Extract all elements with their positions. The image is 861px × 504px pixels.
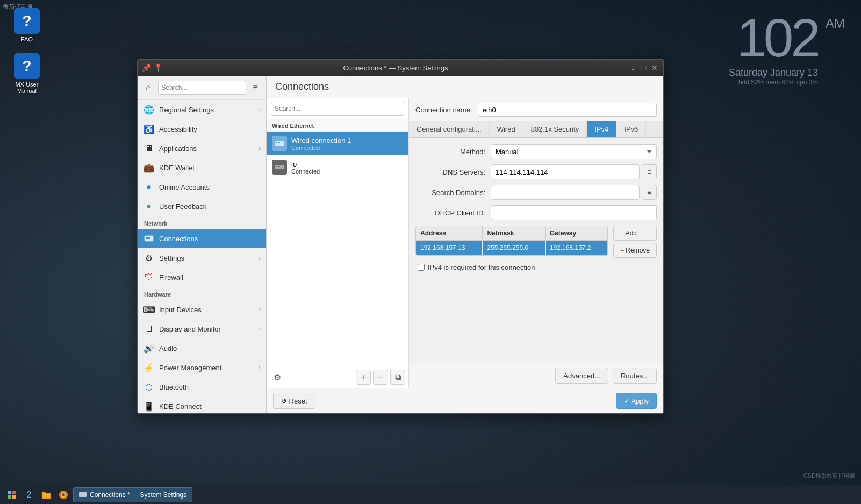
dhcp-label: DHCP Client ID:: [415, 209, 491, 217]
sidebar-item-applications[interactable]: 🖥 Applications ›: [138, 139, 266, 158]
method-select[interactable]: Manual: [491, 144, 657, 159]
add-connection-button[interactable]: +: [356, 370, 371, 385]
conn-search-input[interactable]: [271, 102, 404, 116]
online-accounts-icon: ●: [143, 181, 155, 193]
window-footer: ↺ Reset ✓ Apply Apply changes Press Shif…: [267, 388, 663, 413]
window-title: Connections * — System Settings: [162, 64, 629, 72]
dhcp-input[interactable]: [491, 205, 657, 220]
remove-address-button[interactable]: − Remove: [613, 243, 657, 258]
conn-settings-button[interactable]: ⚙: [270, 370, 285, 385]
sidebar-item-label: KDE Wallet: [159, 164, 261, 172]
sidebar-item-online-accounts[interactable]: ● Online Accounts: [138, 177, 266, 197]
connection-config-panel: Connection name: General configurati... …: [409, 98, 663, 388]
address-table-container: Address Netmask Gateway 192.168.157.13: [415, 226, 608, 256]
svg-rect-2: [148, 237, 150, 239]
kde-connect-icon: 📱: [143, 400, 155, 412]
svg-point-15: [62, 493, 65, 496]
sidebar-menu-button[interactable]: ≡: [249, 80, 262, 95]
table-row[interactable]: 192.168.157.13 255.255.255.0 192.168.157…: [416, 241, 607, 255]
sidebar-item-firewall[interactable]: 🛡 Firewall: [138, 268, 266, 287]
sidebar-item-label: Online Accounts: [159, 183, 261, 191]
sidebar-item-display[interactable]: 🖥 Display and Monitor ›: [138, 319, 266, 339]
conn-list-footer: ⚙ + − ⧉: [267, 366, 408, 388]
sidebar-item-accessibility[interactable]: ♿ Accessibility: [138, 119, 266, 139]
connection-item-wired1[interactable]: Wired connection 1 Connected: [267, 132, 408, 155]
arrow-icon: ›: [259, 254, 261, 262]
connection-item-lo[interactable]: lo Connected: [267, 155, 408, 179]
dhcp-row: DHCP Client ID:: [415, 205, 657, 220]
firewall-icon: 🛡: [143, 271, 155, 283]
sidebar-item-label: Settings: [159, 254, 259, 262]
dns-input[interactable]: [491, 164, 640, 179]
regional-icon: 🌐: [143, 104, 155, 116]
taskbar-firefox-icon[interactable]: [56, 487, 71, 502]
address-side-buttons: + Add − Remove: [613, 226, 657, 258]
svg-rect-7: [276, 166, 277, 167]
taskbar-files-icon[interactable]: [39, 487, 54, 502]
sidebar-item-audio[interactable]: 🔊 Audio: [138, 339, 266, 358]
dns-list-button[interactable]: ≡: [642, 164, 657, 179]
faq-label: FAQ: [21, 36, 33, 42]
advanced-button[interactable]: Advanced...: [555, 368, 608, 384]
tab-ipv6[interactable]: IPv6: [616, 121, 646, 137]
minimize-button[interactable]: ⌄: [629, 63, 637, 72]
address-table-section: Address Netmask Gateway 192.168.157.13: [415, 226, 657, 258]
sidebar-item-bluetooth[interactable]: ⬡ Bluetooth: [138, 377, 266, 397]
ipv4-required-checkbox[interactable]: [418, 264, 425, 271]
sidebar-item-label: Power Management: [159, 364, 259, 372]
gateway-cell: 192.168.157.2: [545, 241, 607, 255]
sidebar-search-input[interactable]: [158, 81, 246, 95]
tab-ipv4[interactable]: IPv4: [587, 121, 616, 137]
sidebar-item-label: KDE Connect: [159, 402, 261, 411]
sidebar-item-kde-connect[interactable]: 📱 KDE Connect: [138, 397, 266, 413]
sidebar-item-connections[interactable]: Connections: [138, 229, 266, 248]
connection-list-panel: Wired Ethernet Wired connection 1 Connec: [267, 98, 409, 388]
title-bar-controls: ⌄ □ ✕: [629, 63, 659, 72]
sidebar-item-settings[interactable]: ⚙ Settings ›: [138, 248, 266, 268]
apply-button[interactable]: ✓ Apply: [616, 393, 657, 409]
sidebar-item-label: Display and Monitor: [159, 325, 259, 333]
taskbar-start-icon[interactable]: [4, 487, 19, 502]
taskbar-icon-2[interactable]: 2: [21, 487, 37, 502]
maximize-button[interactable]: □: [640, 63, 648, 72]
routes-button[interactable]: Routes...: [613, 368, 657, 384]
add-address-button[interactable]: + Add: [613, 226, 657, 241]
sidebar-item-regional[interactable]: 🌐 Regional Settings ›: [138, 100, 266, 119]
copy-connection-button[interactable]: ⧉: [390, 370, 405, 385]
unpin-icon[interactable]: 📍: [154, 63, 162, 72]
mx-manual-label: MX User Manual: [8, 81, 46, 94]
sidebar-item-label: Accessibility: [159, 125, 261, 133]
sidebar-item-label: User Feedback: [159, 203, 261, 211]
tab-security[interactable]: 802.1x Security: [523, 121, 587, 137]
tab-wired[interactable]: Wired: [490, 121, 523, 137]
close-button[interactable]: ✕: [650, 63, 659, 72]
desktop-icon-mx-manual[interactable]: ? MX User Manual: [5, 51, 48, 97]
sidebar-item-power[interactable]: ⚡ Power Management ›: [138, 358, 266, 377]
hardware-section-label: Hardware: [138, 287, 266, 300]
connection-name-input[interactable]: [478, 103, 657, 117]
wired-section-label: Wired Ethernet: [267, 119, 408, 132]
connection-details: Wired connection 1 Connected: [291, 136, 403, 151]
desktop-icon-faq[interactable]: ? FAQ: [5, 5, 48, 45]
taskbar-app-label: Connections * — System Settings: [90, 491, 186, 499]
ipv4-content: Method: Manual DNS Servers: ≡: [409, 138, 663, 363]
arrow-icon: ›: [259, 364, 261, 371]
connection-status: Connected: [291, 145, 403, 151]
taskbar-settings-app[interactable]: Connections * — System Settings: [73, 487, 192, 502]
connection-name: lo: [291, 160, 403, 168]
remove-connection-button[interactable]: −: [373, 370, 388, 385]
conn-search-area: [267, 98, 408, 119]
search-domains-list-button[interactable]: ≡: [642, 185, 657, 200]
window-content: ⌂ ≡ 🌐 Regional Settings › ♿ Accessibilit…: [138, 76, 663, 413]
reset-button[interactable]: ↺ Reset: [273, 393, 315, 409]
sidebar-item-user-feedback[interactable]: ● User Feedback: [138, 197, 266, 216]
pin-icon[interactable]: 📌: [142, 63, 150, 72]
sidebar-item-input-devices[interactable]: ⌨ Input Devices ›: [138, 300, 266, 319]
sidebar-item-kde-wallet[interactable]: 💼 KDE Wallet: [138, 158, 266, 177]
power-icon: ⚡: [143, 362, 155, 373]
tab-general[interactable]: General configurati...: [409, 121, 490, 137]
sidebar-home-button[interactable]: ⌂: [142, 80, 155, 95]
search-domains-input[interactable]: [491, 185, 640, 200]
svg-rect-12: [12, 495, 16, 499]
input-devices-icon: ⌨: [143, 304, 155, 315]
